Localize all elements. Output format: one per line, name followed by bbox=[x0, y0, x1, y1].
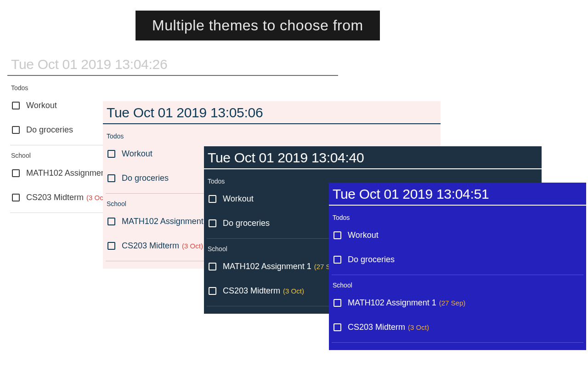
checkbox-icon[interactable] bbox=[334, 299, 341, 307]
checkbox-icon[interactable] bbox=[107, 218, 115, 225]
todo-label: Do groceries bbox=[348, 255, 395, 264]
checkbox-icon[interactable] bbox=[209, 195, 216, 203]
todo-label: Workout bbox=[223, 194, 254, 204]
todo-label: Workout bbox=[122, 149, 153, 159]
datetime-display: Tue Oct 01 2019 13:04:51 bbox=[329, 186, 586, 206]
todo-label: Do groceries bbox=[223, 218, 270, 228]
todo-item[interactable]: Workout bbox=[329, 226, 586, 245]
checkbox-icon[interactable] bbox=[334, 323, 341, 331]
todo-label: CS203 Midterm bbox=[26, 193, 84, 202]
theme-preview-blue: Tue Oct 01 2019 13:04:51 Todos Workout D… bbox=[329, 183, 586, 350]
section-heading-todos: Todos bbox=[329, 212, 586, 226]
datetime-display: Tue Oct 01 2019 13:05:06 bbox=[103, 105, 441, 124]
section-divider bbox=[332, 275, 583, 275]
datetime-display: Tue Oct 01 2019 13:04:26 bbox=[7, 57, 338, 76]
section-heading-todos: Todos bbox=[103, 131, 441, 144]
checkbox-icon[interactable] bbox=[12, 126, 20, 134]
checkbox-icon[interactable] bbox=[12, 102, 20, 109]
checkbox-icon[interactable] bbox=[12, 169, 20, 177]
todo-label: CS203 Midterm bbox=[122, 241, 179, 251]
todo-label: MATH102 Assignment 1 bbox=[26, 168, 115, 178]
checkbox-icon[interactable] bbox=[107, 150, 115, 158]
checkbox-icon[interactable] bbox=[334, 256, 341, 264]
due-date: (3 Oct) bbox=[408, 323, 429, 331]
page-title-banner: Multiple themes to choose from bbox=[136, 11, 380, 40]
checkbox-icon[interactable] bbox=[209, 219, 216, 227]
todo-label: CS203 Midterm bbox=[223, 286, 280, 296]
datetime-display: Tue Oct 01 2019 13:04:40 bbox=[204, 150, 542, 169]
todo-item[interactable]: MATH102 Assignment 1 (27 Sep) bbox=[329, 293, 586, 312]
todo-label: Workout bbox=[26, 101, 57, 110]
section-divider bbox=[332, 342, 583, 343]
todo-item[interactable]: Do groceries bbox=[329, 250, 586, 269]
todo-label: Do groceries bbox=[26, 125, 73, 135]
section-heading-school: School bbox=[329, 280, 586, 293]
todo-label: MATH102 Assignment 1 bbox=[122, 217, 210, 226]
todo-label: MATH102 Assignment 1 bbox=[348, 298, 436, 308]
due-date: (3 Oct) bbox=[283, 287, 304, 295]
checkbox-icon[interactable] bbox=[107, 242, 115, 250]
checkbox-icon[interactable] bbox=[334, 231, 341, 239]
checkbox-icon[interactable] bbox=[209, 287, 216, 295]
todo-label: CS203 Midterm bbox=[348, 322, 405, 332]
section-heading-todos: Todos bbox=[7, 82, 338, 96]
checkbox-icon[interactable] bbox=[107, 174, 115, 182]
todo-label: Do groceries bbox=[122, 173, 169, 183]
todo-item[interactable]: CS203 Midterm (3 Oct) bbox=[329, 318, 586, 337]
due-date: (3 Oct) bbox=[182, 242, 203, 250]
due-date: (27 Sep) bbox=[439, 299, 466, 307]
checkbox-icon[interactable] bbox=[209, 263, 216, 270]
checkbox-icon[interactable] bbox=[12, 194, 20, 201]
todo-label: MATH102 Assignment 1 bbox=[223, 262, 311, 271]
todo-label: Workout bbox=[348, 230, 379, 240]
